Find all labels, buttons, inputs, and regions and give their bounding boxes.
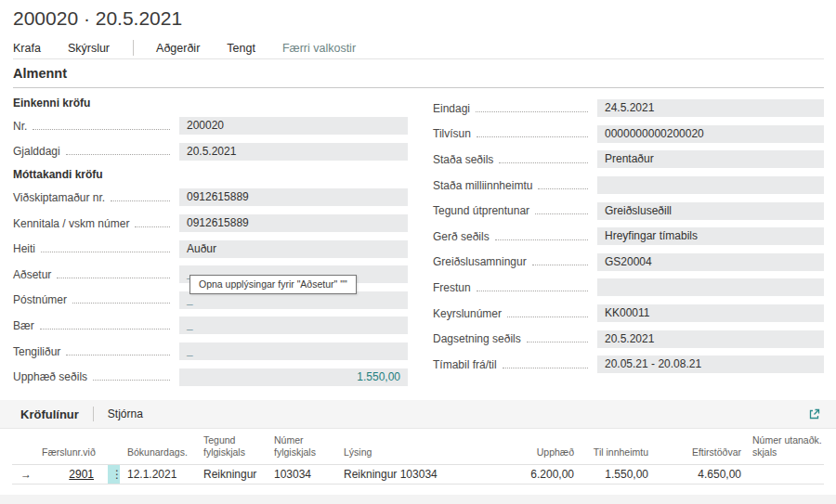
menu-divider [133,40,134,56]
table-header-row: Færslunr.viðski... Bókunardags. Tegund f… [12,429,824,464]
field-value-amount[interactable]: 1.550,00 [179,368,408,386]
claim-card-page: 200020 · 20.5.2021 Krafa Skýrslur Aðgerð… [0,0,836,504]
dotted-leader [476,111,588,112]
field-timabil-fra-til: Tímabil frá/til 20.05.21 - 20.08.21 [433,352,824,378]
part-header: Kröfulínur Stjórna [0,400,836,429]
dotted-leader [72,303,170,304]
dotted-leader [527,342,588,342]
field-label: Gerð seðils [433,230,490,243]
field-label: Heiti [13,242,35,255]
field-value[interactable]: 0912615889 [179,188,408,206]
cell-description[interactable]: Reikningur 103034 [336,464,511,484]
cell-doc-no[interactable]: 103034 [267,464,336,484]
field-value[interactable]: 24.5.2021 [597,99,824,117]
field-tegund-utprentunar: Tegund útprentunar Greiðsluseðill [433,198,824,224]
open-in-new-window-icon[interactable] [804,405,823,423]
general-right-column: Eindagi 24.5.2021 Tilvísun 0000000000200… [433,96,824,378]
field-tengilidur: Tengiliður _ [13,339,408,365]
field-label: Greiðslusamningur [433,255,527,268]
field-tooltip: Opna upplýsingar fyrir "Aðsetur" "" [189,275,357,294]
field-value[interactable]: 20.5.2021 [179,143,408,161]
column-header-to-collect[interactable]: Til innheimtu [578,429,652,464]
cell-remaining[interactable]: 4.650,00 [652,464,745,484]
menu-krafa[interactable]: Krafa [13,42,41,55]
column-header-doc-no[interactable]: Númer fylgiskjals [267,429,336,464]
field-nr: Nr. 200020 [13,113,408,139]
cell-amount[interactable]: 6.200,00 [511,464,578,484]
manage-menu-button[interactable]: Stjórna [108,407,143,420]
column-header-doc-type[interactable]: Tegund fylgiskjals [196,429,267,464]
dotted-leader [40,329,170,330]
field-label: Frestun [433,281,471,294]
dotted-leader [499,162,588,163]
entry-no-link[interactable]: 2901 [69,468,94,481]
fasttab-almennt-heading[interactable]: Almennt [13,66,824,88]
field-kennitala: Kennitala / vskm númer 0912615889 [13,211,408,237]
field-value[interactable]: Prentaður [597,150,824,168]
field-value[interactable]: Greiðsluseðill [597,202,824,220]
field-value[interactable] [597,176,824,194]
menu-faerri-valkostir[interactable]: Færri valkostir [282,42,356,55]
field-value[interactable]: 200020 [179,117,408,135]
column-header-amount[interactable]: Upphæð [511,429,578,464]
field-value[interactable]: Hreyfingar tímabils [597,227,824,245]
dotted-leader [66,355,170,355]
field-upphaed-sedils: Upphæð seðils 1.550,00 [13,364,408,390]
menu-adgerdir[interactable]: Aðgerðir [156,42,200,55]
row-arrow-icon: → [12,464,34,484]
column-header-external-doc-no[interactable]: Númer utanaðk. skjals [745,429,824,464]
field-value[interactable]: 0912615889 [179,214,408,232]
cell-entry-no: 2901 [34,464,96,484]
dotted-leader [93,380,170,381]
cell-external-doc-no[interactable] [745,464,824,484]
field-value[interactable]: Auður [179,240,408,258]
dotted-leader [503,368,588,368]
column-header-posting-date[interactable]: Bókunardags. [120,429,196,464]
dotted-leader [33,129,170,130]
show-more-icon[interactable]: ⋮ [108,465,120,484]
field-tilvisun: Tilvísun 0000000000200020 [433,122,824,148]
field-label: Upphæð seðils [13,370,87,383]
field-label: Tengiliður [13,345,60,358]
field-keyrslunumer: Keyrslunúmer KK00011 [433,301,824,327]
page-title: 200020 · 20.5.2021 [13,7,182,30]
dotted-leader [495,239,588,240]
cell-doc-type[interactable]: Reikningur [196,464,267,484]
field-label: Bær [13,319,34,332]
dotted-leader [66,154,170,155]
field-gjalddagi: Gjalddagi 20.5.2021 [13,139,408,165]
field-value[interactable]: 0000000000200020 [597,125,824,143]
field-heiti: Heiti Auður [13,236,408,262]
cell-showmore: ⋮ [96,464,120,484]
field-value[interactable]: 20.05.21 - 20.08.21 [597,355,824,373]
field-baer: Bær _ [13,313,408,339]
field-value[interactable] [597,278,824,296]
field-label: Nr. [13,120,27,133]
field-eindagi: Eindagi 24.5.2021 [433,96,824,122]
dotted-leader [477,136,588,137]
field-value-empty-link[interactable]: _ [179,317,408,334]
part-title[interactable]: Kröfulínur [20,407,79,421]
field-value[interactable]: KK00011 [597,304,824,322]
dotted-leader [507,317,588,317]
dotted-leader [477,291,588,291]
menu-skyrslur[interactable]: Skýrslur [68,42,110,55]
cell-posting-date[interactable]: 12.1.2021 [120,464,196,484]
cell-to-collect[interactable]: 1.550,00 [578,464,652,484]
column-header-remaining[interactable]: Eftirstöðvar [652,429,745,464]
action-menubar: Krafa Skýrslur Aðgerðir Tengt Færri valk… [13,37,824,59]
column-header-description[interactable]: Lýsing [336,429,511,464]
field-value[interactable]: GS20004 [597,253,824,271]
field-label: Eindagi [433,102,470,115]
field-label: Tegund útprentunar [433,204,529,217]
column-header-showmore [96,429,120,464]
field-value-empty-link[interactable]: _ [179,342,408,360]
field-label: Tímabil frá/til [433,358,497,371]
kroefulinur-part: Kröfulínur Stjórna [0,400,836,504]
field-label: Dagsetning seðils [433,332,521,345]
column-header-entry-no[interactable]: Færslunr.viðski... [34,429,96,464]
field-label: Keyrslunúmer [433,307,502,320]
menu-tengt[interactable]: Tengt [227,42,255,55]
bottom-strip [0,495,836,504]
field-value[interactable]: 20.5.2021 [597,330,824,348]
